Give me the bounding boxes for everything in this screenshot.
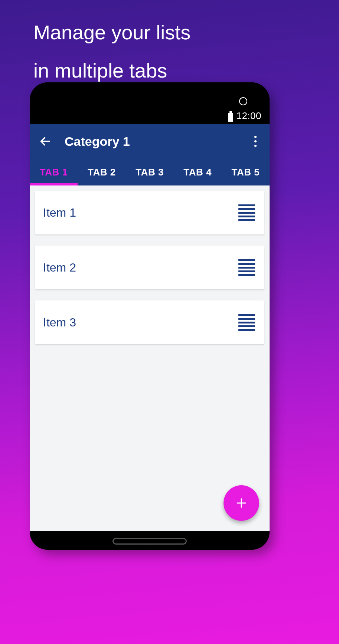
tab-4[interactable]: TAB 4 (174, 159, 222, 185)
status-time: 12:00 (236, 110, 261, 122)
tab-label: TAB 4 (183, 167, 212, 178)
back-button[interactable] (35, 131, 56, 152)
tab-3[interactable]: TAB 3 (126, 159, 173, 185)
tab-bar: TAB 1 TAB 2 TAB 3 TAB 4 TAB 5 (30, 159, 270, 185)
back-arrow-icon (39, 135, 52, 148)
tab-label: TAB 2 (88, 167, 116, 178)
drag-handle-icon[interactable] (238, 259, 255, 276)
tab-label: TAB 3 (136, 167, 164, 178)
tab-2[interactable]: TAB 2 (78, 159, 126, 185)
tab-1[interactable]: TAB 1 (30, 159, 78, 185)
status-bar: 12:00 (30, 82, 270, 124)
promo-headline: Manage your lists in multiple tabs (33, 13, 190, 89)
tab-label: TAB 1 (40, 167, 68, 178)
plus-icon (235, 497, 248, 509)
tab-5[interactable]: TAB 5 (222, 159, 270, 185)
list-item-label: Item 3 (43, 316, 76, 329)
list-item[interactable]: Item 3 (35, 300, 264, 344)
list-item[interactable]: Item 2 (35, 246, 264, 289)
list-item[interactable]: Item 1 (35, 191, 264, 234)
dots-icon (254, 136, 257, 138)
appbar-title: Category 1 (65, 134, 247, 149)
phone-frame: 12:00 Category 1 TAB 1 (30, 82, 270, 550)
home-indicator (113, 538, 187, 545)
tab-label: TAB 5 (232, 167, 260, 178)
app-screen: Category 1 TAB 1 TAB 2 TAB 3 TAB 4 TAB 5 (30, 124, 270, 531)
list-content: Item 1 Item 2 Item 3 (30, 185, 270, 531)
drag-handle-icon[interactable] (238, 204, 255, 221)
app-bar: Category 1 (30, 124, 270, 159)
promo-line1: Manage your lists (33, 13, 190, 52)
add-fab[interactable] (224, 485, 259, 521)
drag-handle-icon[interactable] (238, 314, 255, 331)
list-item-label: Item 2 (43, 261, 76, 275)
overflow-menu-button[interactable] (247, 131, 264, 152)
front-camera-icon (239, 97, 247, 105)
battery-icon (228, 113, 233, 122)
list-item-label: Item 1 (43, 206, 76, 220)
